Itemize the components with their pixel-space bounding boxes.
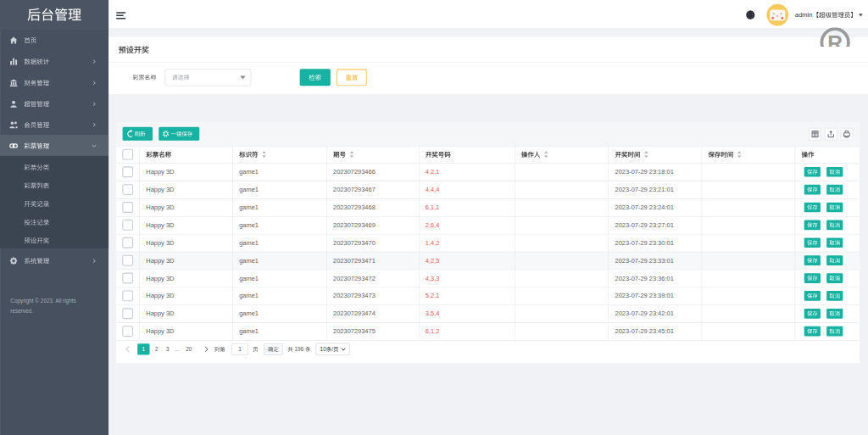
svg-text:4,2,5: 4,2,5 (426, 257, 440, 265)
svg-text:game1: game1 (239, 186, 259, 193)
svg-text:1: 1 (238, 346, 242, 352)
svg-text:10: 10 (320, 346, 327, 352)
svg-text:202307293472: 202307293472 (333, 275, 376, 282)
svg-text:3,5,4: 3,5,4 (426, 310, 440, 317)
svg-text:admin: admin (795, 11, 812, 19)
svg-text:2023-07-29 23:36:01: 2023-07-29 23:36:01 (615, 275, 674, 282)
svg-text:202307293473: 202307293473 (333, 292, 376, 299)
svg-text:Happy 3D: Happy 3D (146, 275, 175, 282)
svg-text:202307293468: 202307293468 (333, 204, 376, 211)
svg-text:3: 3 (166, 346, 170, 352)
svg-text:20: 20 (186, 346, 192, 352)
svg-text:Happy 3D: Happy 3D (146, 239, 175, 247)
svg-text:202307293471: 202307293471 (333, 257, 376, 265)
svg-text:2023-07-29 23:39:01: 2023-07-29 23:39:01 (615, 292, 674, 299)
svg-text:2023-07-29 23:30:01: 2023-07-29 23:30:01 (615, 239, 674, 247)
svg-text:game1: game1 (239, 327, 259, 335)
svg-text:202307293469: 202307293469 (333, 221, 376, 229)
svg-text:4,2,1: 4,2,1 (426, 168, 440, 176)
svg-text:202307293467: 202307293467 (333, 186, 376, 193)
svg-text:game1: game1 (239, 310, 259, 317)
svg-text:/: / (331, 346, 333, 352)
svg-text:Happy 3D: Happy 3D (146, 204, 175, 211)
svg-text:2023-07-29 23:33:01: 2023-07-29 23:33:01 (615, 257, 674, 265)
svg-text:Happy 3D: Happy 3D (146, 257, 175, 265)
svg-text:2023-07-29 23:42:01: 2023-07-29 23:42:01 (615, 310, 674, 317)
svg-text:game1: game1 (239, 168, 259, 176)
svg-text:reserved.: reserved. (10, 308, 33, 314)
svg-text:...: ... (175, 346, 180, 352)
svg-text:1,4,2: 1,4,2 (426, 239, 440, 247)
svg-text:2023-07-29 23:45:01: 2023-07-29 23:45:01 (615, 327, 674, 335)
svg-text:Happy 3D: Happy 3D (146, 186, 175, 193)
svg-text:2,6,4: 2,6,4 (426, 221, 440, 229)
svg-text:202307293474: 202307293474 (333, 310, 376, 317)
svg-text:202307293470: 202307293470 (333, 239, 376, 247)
svg-text:game1: game1 (239, 292, 259, 299)
svg-text:6,1,1: 6,1,1 (426, 204, 440, 211)
svg-text:4,3,3: 4,3,3 (426, 275, 440, 282)
svg-text:2023-07-29 23:21:01: 2023-07-29 23:21:01 (615, 186, 674, 193)
svg-text:game1: game1 (239, 221, 259, 229)
svg-text:2023-07-29 23:18:01: 2023-07-29 23:18:01 (615, 168, 674, 176)
svg-text:Happy 3D: Happy 3D (146, 168, 175, 176)
svg-text:Happy 3D: Happy 3D (146, 327, 175, 335)
svg-text:Happy 3D: Happy 3D (146, 292, 175, 299)
svg-text:Happy 3D: Happy 3D (146, 221, 175, 229)
svg-text:2: 2 (155, 346, 159, 352)
svg-text:Copyright © 2023. All rights: Copyright © 2023. All rights (10, 298, 75, 304)
svg-text:196: 196 (294, 346, 303, 352)
svg-text:game1: game1 (239, 257, 259, 265)
svg-text:1: 1 (142, 346, 146, 352)
svg-text:2023-07-29 23:27:01: 2023-07-29 23:27:01 (615, 221, 674, 229)
svg-text:4,4,4: 4,4,4 (426, 186, 440, 193)
svg-text:game1: game1 (239, 204, 259, 211)
svg-text:Happy 3D: Happy 3D (146, 310, 175, 317)
svg-text:2023-07-29 23:24:01: 2023-07-29 23:24:01 (615, 204, 674, 211)
svg-text:5,2,1: 5,2,1 (426, 292, 440, 299)
svg-text:202307293466: 202307293466 (333, 168, 376, 176)
svg-text:game1: game1 (239, 275, 259, 282)
svg-text:202307293475: 202307293475 (333, 327, 376, 335)
svg-text:game1: game1 (239, 239, 259, 247)
svg-text:6,1,2: 6,1,2 (426, 327, 440, 335)
